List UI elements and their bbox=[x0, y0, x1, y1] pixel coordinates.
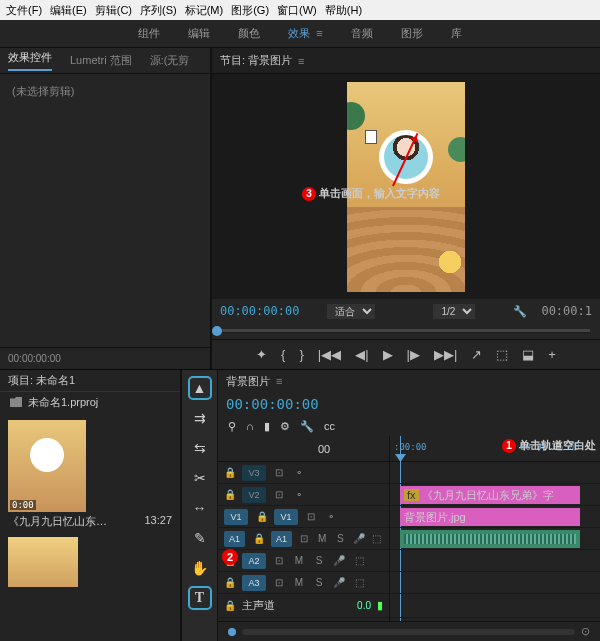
project-file: 未命名1.prproj bbox=[28, 395, 98, 410]
track-v2[interactable]: 🔒V2⊡⚬ bbox=[218, 484, 389, 506]
hand-tool-icon[interactable]: ✋ bbox=[190, 558, 210, 578]
menu-edit[interactable]: 编辑(E) bbox=[50, 3, 87, 18]
menu-help[interactable]: 帮助(H) bbox=[325, 3, 362, 18]
program-duration: 00:00:1 bbox=[541, 304, 592, 318]
type-tool-icon[interactable]: T bbox=[190, 588, 210, 608]
folder-icon bbox=[10, 397, 22, 407]
menu-graphic[interactable]: 图形(G) bbox=[231, 3, 269, 18]
track-a2[interactable]: 🔒A2⊡MS🎤⬚ bbox=[218, 550, 389, 572]
clip-name: 《九月九日忆山东… bbox=[8, 514, 107, 529]
snap-icon[interactable]: ⚲ bbox=[228, 420, 236, 433]
step-back-icon[interactable]: ◀| bbox=[355, 347, 368, 362]
clip-bg[interactable]: 背景图片.jpg bbox=[400, 508, 580, 526]
track-a3[interactable]: 🔒A3⊡MS🎤⬚ bbox=[218, 572, 389, 594]
timeline-panel: 背景图片≡ 00:00:00:00 ⚲ ∩ ▮ ⚙ 🔧 cc 00 🔒V3⊡⚬ … bbox=[218, 370, 600, 641]
project-panel: 项目: 未命名1 未命名1.prproj 0:00 《九月九日忆山东…13:27 bbox=[0, 370, 182, 641]
mark-in-icon[interactable]: { bbox=[281, 347, 285, 362]
ripple-tool-icon[interactable]: ⇆ bbox=[190, 438, 210, 458]
clips-area[interactable]: :00:00 00:00:05:00 fx《九月九日忆山东兄弟》字 背景图片.j… bbox=[390, 436, 600, 621]
extract-icon[interactable]: ⬓ bbox=[522, 347, 534, 362]
program-monitor: 节目: 背景图片≡ 00:00:00:00 适合 1/2 🔧 00:00:1 ✦… bbox=[212, 48, 600, 369]
clip-title[interactable]: fx《九月九日忆山东兄弟》字 bbox=[400, 486, 580, 504]
export-frame-icon[interactable]: ↗ bbox=[471, 347, 482, 362]
program-title: 节目: 背景图片 bbox=[220, 53, 292, 68]
tool-palette: ▲ ⇉ ⇆ ✂ ↔ ✎ ✋ T bbox=[182, 370, 218, 641]
razor-tool-icon[interactable]: ✂ bbox=[190, 468, 210, 488]
ws-assembly[interactable]: 组件 bbox=[138, 26, 160, 41]
step-forward-icon[interactable]: |▶ bbox=[407, 347, 420, 362]
no-clip-label: (未选择剪辑) bbox=[0, 74, 210, 109]
fit-select[interactable]: 适合 bbox=[327, 304, 375, 319]
menu-file[interactable]: 文件(F) bbox=[6, 3, 42, 18]
annotation-2: 2 bbox=[222, 549, 238, 565]
annotation-3: 3 单击画面，输入文字内容 bbox=[302, 186, 440, 201]
track-select-tool-icon[interactable]: ⇉ bbox=[190, 408, 210, 428]
menu-marker[interactable]: 标记(M) bbox=[185, 3, 224, 18]
track-a1[interactable]: A1🔒A1⊡MS🎤⬚ bbox=[218, 528, 389, 550]
timeline-timecode[interactable]: 00:00:00:00 bbox=[226, 396, 319, 412]
go-end-icon[interactable]: ▶▶| bbox=[434, 347, 457, 362]
clip-thumbnail[interactable]: 0:00 bbox=[8, 420, 86, 512]
clip-thumbnail-2[interactable] bbox=[8, 537, 78, 587]
play-icon[interactable]: ▶ bbox=[383, 347, 393, 362]
menu-bar: 文件(F) 编辑(E) 剪辑(C) 序列(S) 标记(M) 图形(G) 窗口(W… bbox=[0, 0, 600, 20]
effect-controls-panel: 效果控件 Lumetri 范围 源:(无剪 (未选择剪辑) 00:00:00:0… bbox=[0, 48, 212, 369]
add-button-icon[interactable]: + bbox=[548, 347, 556, 362]
clip-duration: 13:27 bbox=[144, 514, 172, 529]
settings2-icon[interactable]: ⚙ bbox=[280, 420, 290, 433]
zoom-select[interactable]: 1/2 bbox=[433, 304, 475, 319]
menu-clip[interactable]: 剪辑(C) bbox=[95, 3, 132, 18]
track-v1[interactable]: V1🔒V1⊡⚬ bbox=[218, 506, 389, 528]
pen-tool-icon[interactable]: ✎ bbox=[190, 528, 210, 548]
track-v3[interactable]: 🔒V3⊡⚬ bbox=[218, 462, 389, 484]
program-timecode[interactable]: 00:00:00:00 bbox=[220, 304, 299, 318]
ws-color[interactable]: 颜色 bbox=[238, 26, 260, 41]
workspace-tabs: 组件 编辑 颜色 效果 音频 图形 库 bbox=[0, 20, 600, 48]
lift-icon[interactable]: ⬚ bbox=[496, 347, 508, 362]
text-cursor-icon bbox=[365, 130, 377, 144]
annotation-1: 1 单击轨道空白处 bbox=[502, 438, 596, 453]
ws-graphics[interactable]: 图形 bbox=[401, 26, 423, 41]
wrench2-icon[interactable]: 🔧 bbox=[300, 420, 314, 433]
track-master[interactable]: 🔒主声道0.0▮ bbox=[218, 594, 389, 618]
menu-sequence[interactable]: 序列(S) bbox=[140, 3, 177, 18]
track-headers: 00 🔒V3⊡⚬ 🔒V2⊡⚬ V1🔒V1⊡⚬ A1🔒A1⊡MS🎤⬚ 🔒A2⊡MS… bbox=[218, 436, 390, 621]
fx-timecode: 00:00:00:00 bbox=[0, 347, 210, 369]
menu-window[interactable]: 窗口(W) bbox=[277, 3, 317, 18]
ws-audio[interactable]: 音频 bbox=[351, 26, 373, 41]
tab-lumetri[interactable]: Lumetri 范围 bbox=[70, 53, 132, 68]
timeline-zoom[interactable]: ⊙ bbox=[218, 621, 600, 641]
cc-icon[interactable]: cc bbox=[324, 420, 335, 432]
tab-effect-controls[interactable]: 效果控件 bbox=[8, 50, 52, 71]
transport-controls: ✦ { } |◀◀ ◀| ▶ |▶ ▶▶| ↗ ⬚ ⬓ + bbox=[212, 339, 600, 369]
ws-effects[interactable]: 效果 bbox=[288, 26, 322, 41]
project-title[interactable]: 项目: 未命名1 bbox=[8, 373, 75, 388]
tab-source[interactable]: 源:(无剪 bbox=[150, 53, 190, 68]
ws-editing[interactable]: 编辑 bbox=[188, 26, 210, 41]
mark-out-icon[interactable]: } bbox=[299, 347, 303, 362]
slip-tool-icon[interactable]: ↔ bbox=[190, 498, 210, 518]
selection-tool-icon[interactable]: ▲ bbox=[190, 378, 210, 398]
clip-audio[interactable] bbox=[400, 530, 580, 548]
add-marker-icon[interactable]: ✦ bbox=[256, 347, 267, 362]
go-start-icon[interactable]: |◀◀ bbox=[318, 347, 341, 362]
program-scrubber[interactable] bbox=[212, 323, 600, 339]
link-icon[interactable]: ∩ bbox=[246, 420, 254, 432]
settings-icon[interactable]: 🔧 bbox=[513, 305, 527, 318]
marker-icon[interactable]: ▮ bbox=[264, 420, 270, 433]
ws-library[interactable]: 库 bbox=[451, 26, 462, 41]
timeline-title[interactable]: 背景图片 bbox=[226, 374, 270, 389]
timeline-tool-icons: ⚲ ∩ ▮ ⚙ 🔧 cc bbox=[218, 416, 600, 436]
